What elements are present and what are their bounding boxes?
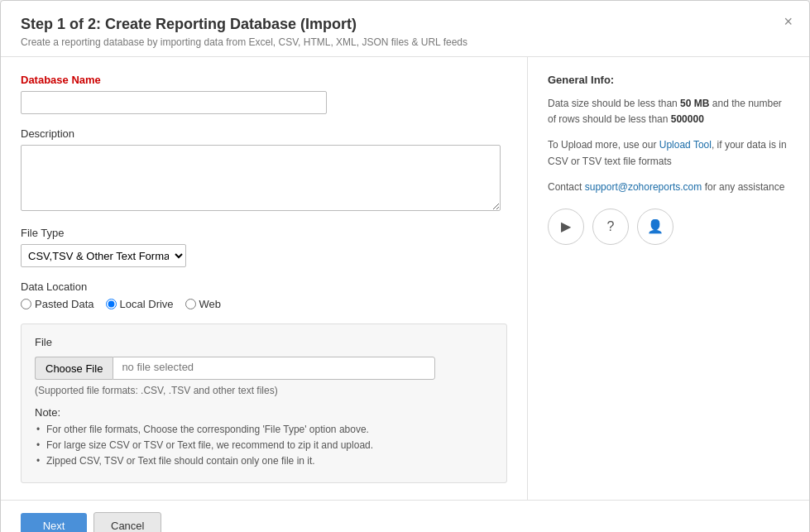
database-name-label: Database Name: [21, 74, 507, 86]
dialog-footer: Next Cancel: [1, 500, 809, 532]
info-text-3: Contact support@zohoreports.com for any …: [548, 180, 789, 195]
supported-formats-text: (Supported file formats: .CSV, .TSV and …: [35, 385, 493, 396]
dialog-body: Database Name Description File Type CSV,…: [1, 57, 809, 500]
note-item-1: For other file formats, Choose the corre…: [35, 424, 493, 435]
radio-pasted-data[interactable]: Pasted Data: [21, 298, 94, 310]
radio-pasted-data-input[interactable]: [21, 299, 31, 309]
note-list: For other file formats, Choose the corre…: [35, 424, 493, 467]
file-section-label: File: [35, 336, 493, 348]
file-name-display: no file selected: [113, 357, 435, 380]
radio-local-drive[interactable]: Local Drive: [106, 298, 174, 310]
create-database-dialog: Step 1 of 2: Create Reporting Database (…: [0, 0, 810, 532]
person-icon: 👤: [647, 218, 664, 234]
general-info-title: General Info:: [548, 74, 789, 86]
bold-50mb: 50 MB: [680, 98, 709, 109]
radio-web-label: Web: [199, 298, 222, 310]
file-type-select[interactable]: CSV,TSV & Other Text Format Excel HTML X…: [21, 244, 186, 267]
description-field-group: Description: [21, 127, 507, 213]
help-icon-circle[interactable]: ?: [592, 208, 629, 245]
next-button[interactable]: Next: [21, 513, 87, 532]
note-item-3: Zipped CSV, TSV or Text file should cont…: [35, 455, 493, 467]
radio-web[interactable]: Web: [185, 298, 222, 310]
upload-tool-link[interactable]: Upload Tool: [659, 139, 712, 151]
person-icon-circle[interactable]: 👤: [637, 208, 673, 245]
icon-circles: ▶ ? 👤: [548, 208, 789, 245]
note-section: Note: For other file formats, Choose the…: [35, 406, 493, 467]
video-icon: ▶: [561, 218, 571, 234]
bold-500000: 500000: [671, 113, 704, 125]
choose-file-button[interactable]: Choose File: [35, 357, 113, 380]
note-item-2: For large size CSV or TSV or Text file, …: [35, 439, 493, 451]
video-icon-circle[interactable]: ▶: [548, 208, 584, 245]
description-input[interactable]: [21, 145, 501, 211]
support-email-link[interactable]: support@zohoreports.com: [585, 181, 702, 193]
radio-web-input[interactable]: [185, 299, 196, 309]
info-text-1: Data size should be less than 50 MB and …: [548, 96, 789, 127]
radio-local-drive-label: Local Drive: [120, 298, 174, 310]
data-location-field-group: Data Location Pasted Data Local Drive We…: [21, 280, 507, 310]
description-label: Description: [21, 127, 507, 140]
file-section: File Choose File no file selected (Suppo…: [21, 324, 507, 483]
help-icon: ?: [607, 219, 615, 234]
radio-pasted-data-label: Pasted Data: [35, 298, 94, 310]
note-label: Note:: [35, 406, 493, 419]
database-name-field-group: Database Name: [21, 74, 507, 114]
file-type-label: File Type: [21, 227, 507, 239]
file-type-field-group: File Type CSV,TSV & Other Text Format Ex…: [21, 227, 507, 267]
data-location-radio-group: Pasted Data Local Drive Web: [21, 298, 507, 310]
info-text-2: To Upload more, use our Upload Tool, if …: [548, 137, 789, 169]
right-panel: General Info: Data size should be less t…: [528, 57, 809, 500]
close-button[interactable]: ×: [784, 14, 793, 29]
dialog-title: Step 1 of 2: Create Reporting Database (…: [21, 16, 789, 33]
file-input-row: Choose File no file selected: [35, 357, 493, 380]
dialog-header: Step 1 of 2: Create Reporting Database (…: [1, 1, 809, 57]
radio-local-drive-input[interactable]: [106, 299, 117, 309]
data-location-label: Data Location: [21, 280, 507, 293]
dialog-subtitle: Create a reporting database by importing…: [21, 36, 789, 48]
database-name-input[interactable]: [21, 91, 327, 114]
cancel-button[interactable]: Cancel: [93, 512, 161, 532]
left-panel: Database Name Description File Type CSV,…: [1, 57, 528, 500]
